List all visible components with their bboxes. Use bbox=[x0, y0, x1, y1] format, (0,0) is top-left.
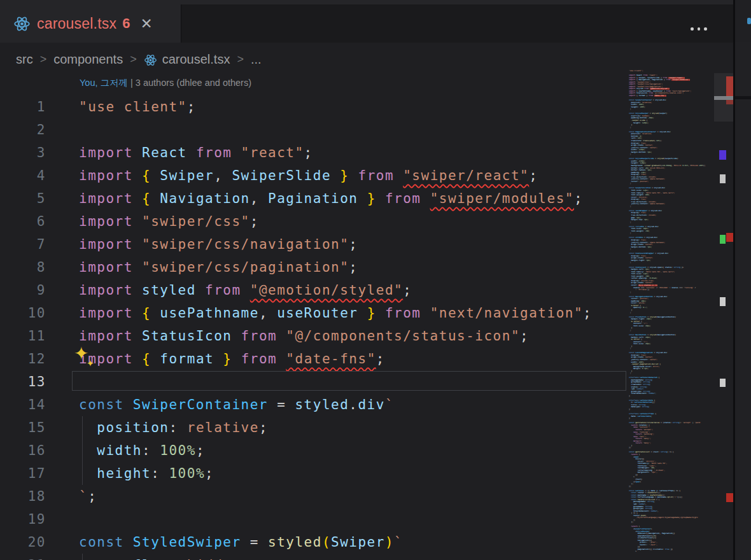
breadcrumb: src > components > carousel.tsx > ... bbox=[16, 52, 262, 67]
code-text: height: 100%; bbox=[79, 462, 214, 485]
code-line[interactable]: 8import "swiper/css/pagination"; bbox=[0, 256, 627, 279]
chevron-right-icon: > bbox=[130, 53, 137, 66]
line-number: 14 bbox=[0, 393, 46, 416]
change-mark bbox=[719, 150, 726, 160]
more-actions-button[interactable] bbox=[691, 27, 707, 31]
error-mark bbox=[726, 76, 733, 97]
code-text: "use client"; bbox=[79, 95, 196, 118]
code-text: width: 100%; bbox=[79, 439, 205, 462]
code-line[interactable]: 20const StyledSwiper = styled(Swiper)` bbox=[0, 531, 627, 554]
tab-carousel-tsx[interactable]: carousel.tsx 6 ✕ bbox=[0, 4, 181, 43]
code-text: import { Navigation, Pagination } from "… bbox=[79, 187, 583, 210]
code-line[interactable]: 7import "swiper/css/navigation"; bbox=[0, 233, 627, 256]
code-text: `; bbox=[79, 485, 97, 508]
line-number: 19 bbox=[0, 508, 46, 531]
added-mark bbox=[720, 235, 726, 244]
code-line[interactable]: 2 bbox=[0, 118, 627, 141]
line-number: 18 bbox=[0, 485, 46, 508]
line-number: 12 bbox=[0, 347, 46, 370]
chevron-right-icon: > bbox=[40, 53, 47, 66]
line-number: 6 bbox=[0, 210, 46, 233]
line-number: 10 bbox=[0, 302, 46, 325]
code-line[interactable]: 15 position: relative; bbox=[0, 416, 627, 439]
code-text: import { format } from "date-fns"; bbox=[79, 347, 385, 370]
code-text: import styled from "@emotion/styled"; bbox=[79, 279, 412, 302]
line-number: 16 bbox=[0, 439, 46, 462]
error-mark bbox=[726, 233, 733, 242]
code-text: import { Swiper, SwiperSlide } from "swi… bbox=[79, 164, 538, 187]
code-text: const SwiperContainer = styled.div` bbox=[79, 393, 394, 416]
code-line[interactable]: 12import { format } from "date-fns"; bbox=[0, 347, 627, 370]
minimap[interactable]: "use client";import React from "react";i… bbox=[629, 70, 714, 560]
code-line[interactable]: 3import React from "react"; bbox=[0, 141, 627, 164]
line-number: 20 bbox=[0, 531, 46, 554]
change-mark bbox=[720, 174, 726, 183]
line-number: 2 bbox=[0, 118, 46, 141]
code-text: position: relative; bbox=[79, 416, 268, 439]
breadcrumb-item-components[interactable]: components bbox=[53, 52, 123, 67]
code-line[interactable]: 18`; bbox=[0, 485, 627, 508]
change-mark bbox=[720, 297, 726, 306]
breadcrumb-item-src[interactable]: src bbox=[16, 52, 33, 67]
code-text: import "swiper/css/pagination"; bbox=[79, 256, 358, 279]
line-number: 11 bbox=[0, 325, 46, 347]
code-line[interactable]: 17 height: 100%; bbox=[0, 462, 627, 485]
line-number: 5 bbox=[0, 187, 46, 210]
code-line[interactable]: 1"use client"; bbox=[0, 95, 627, 118]
error-mark bbox=[726, 100, 733, 104]
indent-guide bbox=[82, 554, 83, 560]
react-icon bbox=[144, 53, 157, 67]
cursor-position-mark bbox=[714, 96, 733, 100]
breadcrumb-item-symbol[interactable]: ... bbox=[251, 52, 262, 67]
problems-badge: 6 bbox=[122, 15, 130, 32]
code-text: import "swiper/css/navigation"; bbox=[79, 233, 358, 256]
code-line[interactable]: 21 overflow: hidden; bbox=[0, 554, 627, 560]
code-editor[interactable]: 1"use client";23import React from "react… bbox=[0, 95, 627, 560]
line-number: 8 bbox=[0, 256, 46, 279]
code-line[interactable]: 13 bbox=[0, 370, 627, 393]
line-number: 15 bbox=[0, 416, 46, 439]
react-icon-fragment bbox=[747, 18, 751, 24]
code-text: overflow: hidden; bbox=[79, 554, 250, 560]
codelens-authors[interactable]: | 3 authors (dhlee and others) bbox=[128, 78, 251, 88]
code-text: import "swiper/css"; bbox=[79, 210, 259, 233]
code-line[interactable]: 6import "swiper/css"; bbox=[0, 210, 627, 233]
code-line[interactable]: 9import styled from "@emotion/styled"; bbox=[0, 279, 627, 302]
overview-ruler[interactable] bbox=[714, 0, 733, 560]
minimap-line: > bbox=[629, 550, 714, 553]
line-number: 17 bbox=[0, 462, 46, 485]
line-number: 7 bbox=[0, 233, 46, 256]
code-line[interactable]: 16 width: 100%; bbox=[0, 439, 627, 462]
line-number: 21 bbox=[0, 554, 46, 560]
tab-title: carousel.tsx bbox=[37, 15, 116, 32]
indent-guide bbox=[82, 416, 83, 485]
line-number: 1 bbox=[0, 95, 46, 118]
second-editor-group-edge bbox=[735, 0, 751, 560]
codelens-blame[interactable]: You, 그저께 | 3 authors (dhlee and others) bbox=[80, 77, 251, 89]
code-text: import { usePathname, useRouter } from "… bbox=[79, 302, 592, 325]
close-icon[interactable]: ✕ bbox=[140, 17, 152, 31]
code-text: const StyledSwiper = styled(Swiper)` bbox=[79, 531, 403, 554]
code-line[interactable]: 11import StatusIcon from "@/components/s… bbox=[0, 325, 627, 347]
error-mark bbox=[726, 493, 733, 502]
line-number: 13 bbox=[0, 370, 46, 393]
react-icon bbox=[13, 15, 31, 32]
line-number: 9 bbox=[0, 279, 46, 302]
shadow-line bbox=[735, 96, 751, 99]
code-line[interactable]: 19 bbox=[0, 508, 627, 531]
line-number: 4 bbox=[0, 164, 46, 187]
code-text: import React from "react"; bbox=[79, 141, 313, 164]
window-top-strip bbox=[0, 0, 733, 4]
tab-bar: carousel.tsx 6 ✕ bbox=[0, 4, 733, 43]
code-text: import StatusIcon from "@/components/sta… bbox=[79, 325, 529, 347]
code-line[interactable]: 14const SwiperContainer = styled.div` bbox=[0, 393, 627, 416]
code-line[interactable]: 5import { Navigation, Pagination } from … bbox=[0, 187, 627, 210]
breadcrumb-item-file[interactable]: carousel.tsx bbox=[162, 52, 230, 67]
chevron-right-icon: > bbox=[237, 53, 244, 66]
code-line[interactable]: 4import { Swiper, SwiperSlide } from "sw… bbox=[0, 164, 627, 187]
codelens-author[interactable]: You, 그저께 bbox=[80, 78, 128, 88]
code-line[interactable]: 10import { usePathname, useRouter } from… bbox=[0, 302, 627, 325]
change-mark bbox=[720, 379, 726, 387]
line-number: 3 bbox=[0, 141, 46, 164]
